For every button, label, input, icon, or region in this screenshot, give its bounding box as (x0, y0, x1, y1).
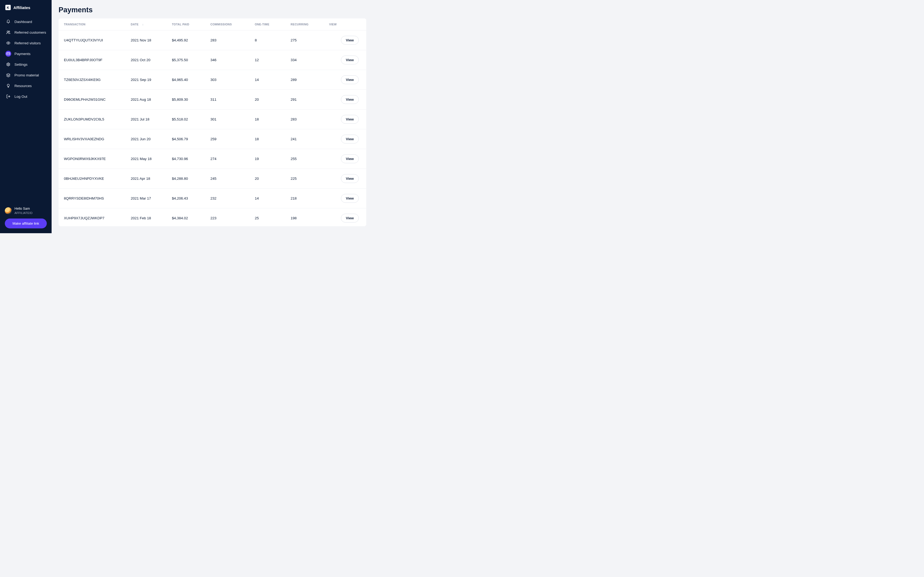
cell-recurring: 225 (285, 169, 324, 189)
cell-view: View (324, 31, 366, 50)
users-icon (5, 29, 11, 35)
view-button[interactable]: View (341, 56, 359, 64)
cell-total-paid: $5,375.50 (166, 50, 205, 70)
layers-icon (5, 72, 11, 78)
sidebar-item-referred-visitors[interactable]: Referred visitors (2, 38, 50, 48)
cell-one-time: 12 (249, 50, 285, 70)
col-header-one-time[interactable]: ONE-TIME (249, 18, 285, 31)
eye-icon (5, 40, 11, 46)
view-button[interactable]: View (341, 115, 359, 124)
cell-view: View (324, 149, 366, 169)
view-button[interactable]: View (341, 135, 359, 143)
col-header-recurring[interactable]: RECURRING (285, 18, 324, 31)
sidebar-item-label: Promo material (15, 73, 39, 77)
view-button[interactable]: View (341, 174, 359, 183)
cell-total-paid: $5,518.02 (166, 110, 205, 129)
cell-date: 2021 Aug 18 (125, 90, 166, 110)
cell-commissions: 223 (205, 208, 249, 227)
sidebar-item-label: Resources (15, 84, 32, 88)
brand[interactable]: K Affiliates (0, 5, 52, 15)
cell-view: View (324, 208, 366, 227)
cell-total-paid: $4,506.79 (166, 129, 205, 149)
cell-recurring: 289 (285, 70, 324, 90)
table-row: WRLISHV3VXA0EZNDG2021 Jun 20$4,506.79259… (58, 129, 366, 149)
user-text: Hello Sam AFFILIATEID (15, 207, 32, 215)
payments-table-container: TRANSACTION DATE ↓ TOTAL PAID COMMISSION… (58, 18, 366, 226)
cell-recurring: 255 (285, 149, 324, 169)
sidebar-item-promo-material[interactable]: Promo material (2, 70, 50, 80)
cell-recurring: 283 (285, 110, 324, 129)
sidebar-item-payments[interactable]: Payments (2, 48, 50, 59)
sidebar-item-dashboard[interactable]: Dashboard (2, 16, 50, 27)
cell-transaction: WGPON0RWX9JKKX97E (58, 149, 125, 169)
cell-one-time: 18 (249, 129, 285, 149)
cell-one-time: 18 (249, 110, 285, 129)
col-header-date[interactable]: DATE ↓ (125, 18, 166, 31)
cell-transaction: XUHP9X7JUQZJWKDP7 (58, 208, 125, 227)
table-row: ZUKLON3PUMDV2C6L52021 Jul 18$5,518.02301… (58, 110, 366, 129)
svg-rect-3 (7, 53, 10, 55)
sort-desc-icon: ↓ (142, 23, 144, 26)
sidebar-item-label: Referred customers (15, 31, 46, 34)
table-row: 0BHJ4EU2HNPDYXVKE2021 Apr 18$4,288.80245… (58, 169, 366, 189)
payments-table: TRANSACTION DATE ↓ TOTAL PAID COMMISSION… (58, 18, 366, 226)
cell-one-time: 20 (249, 90, 285, 110)
sidebar-item-referred-customers[interactable]: Referred customers (2, 27, 50, 37)
bell-icon (5, 19, 11, 24)
cell-one-time: 20 (249, 169, 285, 189)
cell-view: View (324, 129, 366, 149)
sidebar-item-settings[interactable]: Settings (2, 59, 50, 69)
view-button[interactable]: View (341, 214, 359, 222)
view-button[interactable]: View (341, 75, 359, 84)
view-button[interactable]: View (341, 95, 359, 104)
sidebar-item-label: Log Out (15, 95, 27, 98)
cell-date: 2021 Nov 18 (125, 31, 166, 50)
cell-recurring: 198 (285, 208, 324, 227)
cell-recurring: 275 (285, 31, 324, 50)
cell-one-time: 19 (249, 149, 285, 169)
card-icon (5, 51, 11, 56)
cell-date: 2021 May 18 (125, 149, 166, 169)
cell-date: 2021 Jul 18 (125, 110, 166, 129)
col-header-date-label: DATE (131, 23, 139, 26)
view-button[interactable]: View (341, 194, 359, 203)
cell-total-paid: $5,809.30 (166, 90, 205, 110)
sidebar-item-label: Payments (15, 52, 31, 56)
user-block[interactable]: Hello Sam AFFILIATEID (5, 207, 47, 215)
col-header-total-paid[interactable]: TOTAL PAID (166, 18, 205, 31)
cell-total-paid: $4,495.92 (166, 31, 205, 50)
cell-commissions: 301 (205, 110, 249, 129)
table-row: WGPON0RWX9JKKX97E2021 May 18$4,730.96274… (58, 149, 366, 169)
cell-total-paid: $4,288.80 (166, 169, 205, 189)
make-affiliate-link-button[interactable]: Make affiliate link (5, 219, 47, 228)
sidebar-item-label: Referred visitors (15, 41, 40, 45)
cell-one-time: 8 (249, 31, 285, 50)
cell-date: 2021 Jun 20 (125, 129, 166, 149)
cell-commissions: 232 (205, 189, 249, 208)
cell-date: 2021 Apr 18 (125, 169, 166, 189)
sidebar-item-resources[interactable]: Resources (2, 81, 50, 91)
cell-date: 2021 Feb 18 (125, 208, 166, 227)
cell-total-paid: $4,206.43 (166, 189, 205, 208)
cell-total-paid: $4,965.40 (166, 70, 205, 90)
table-row: XUHP9X7JUQZJWKDP72021 Feb 18$4,384.02223… (58, 208, 366, 227)
cell-recurring: 241 (285, 129, 324, 149)
cell-commissions: 283 (205, 31, 249, 50)
table-row: D96OEMLPHA2W31GNC2021 Aug 18$5,809.30311… (58, 90, 366, 110)
table-row: EU0UL3B4BRPJ0OT9F2021 Oct 20$5,375.50346… (58, 50, 366, 70)
col-header-transaction[interactable]: TRANSACTION (58, 18, 125, 31)
view-button[interactable]: View (341, 36, 359, 45)
cell-recurring: 218 (285, 189, 324, 208)
sidebar-item-label: Dashboard (15, 20, 32, 24)
cell-date: 2021 Mar 17 (125, 189, 166, 208)
col-header-commissions[interactable]: COMMISSIONS (205, 18, 249, 31)
cell-view: View (324, 169, 366, 189)
avatar (5, 207, 12, 214)
cell-transaction: 0BHJ4EU2HNPDYXVKE (58, 169, 125, 189)
svg-point-1 (8, 31, 10, 32)
cell-view: View (324, 110, 366, 129)
sidebar-item-log-out[interactable]: Log Out (2, 91, 50, 102)
view-button[interactable]: View (341, 155, 359, 163)
sidebar: K Affiliates DashboardReferred customers… (0, 0, 52, 233)
cell-transaction: D96OEMLPHA2W31GNC (58, 90, 125, 110)
